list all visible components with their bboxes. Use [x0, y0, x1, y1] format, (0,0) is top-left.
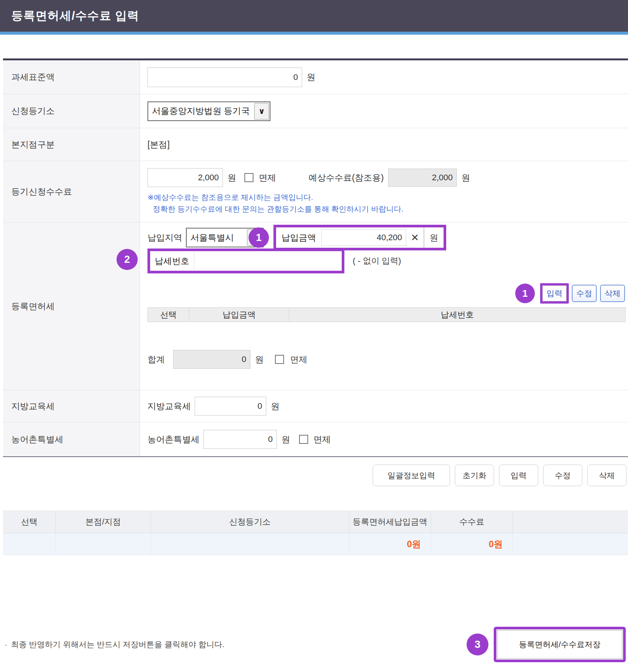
payment-region-select[interactable]: 서울특별시 ∨ 1 — [186, 228, 264, 247]
row-fishing-tax: 농어촌특별세 농어촌특별세 원 면제 — [3, 422, 628, 456]
application-fee-exempt-checkbox[interactable] — [244, 173, 253, 182]
bullet: · — [5, 640, 7, 649]
total-label: 합계 — [147, 354, 165, 365]
education-tax-unit: 원 — [271, 400, 279, 412]
row-tax-base: 과세표준액 원 — [3, 60, 628, 94]
column-header-amount: 납입금액 — [189, 308, 289, 322]
license-tax-input-button[interactable]: 입력 — [542, 285, 567, 301]
reset-button[interactable]: 초기화 — [455, 465, 494, 486]
save-group: 3 등록면허세/수수료저장 — [467, 627, 626, 662]
summary-cell-filler — [513, 533, 628, 555]
step-badge-2: 2 — [117, 249, 138, 270]
action-button-row: 일괄정보입력 초기화 입력 수정 삭제 — [0, 465, 626, 486]
tax-form-table: 과세표준액 원 신청등기소 서울중앙지방법원 등기국 ∨ 본지점구분 [본점] … — [3, 58, 628, 457]
tax-number-highlight: 납세번호 — [147, 249, 344, 273]
education-tax-label: 지방교육세 — [3, 390, 140, 422]
fee-notes: ※예상수수료는 참조용으로 제시하는 금액입니다. 정확한 등기수수료에 대한 … — [147, 192, 628, 215]
save-button[interactable]: 등록면허세/수수료저장 — [497, 630, 622, 659]
save-button-highlight: 등록면허세/수수료저장 — [494, 627, 626, 662]
payment-amount-label: 납입금액 — [276, 232, 321, 244]
estimate-fee-unit: 원 — [461, 172, 470, 184]
fishing-tax-inline-label: 농어촌특별세 — [147, 434, 200, 445]
input-button-highlight: 입력 — [540, 283, 569, 304]
fee-note-2: 정확한 등기수수료에 대한 문의는 관할등기소를 통해 확인하시기 바랍니다. — [147, 203, 628, 215]
step-badge-1: 1 — [249, 227, 269, 248]
summary-cell-fee: 0원 — [431, 533, 513, 555]
estimate-fee-input — [388, 169, 457, 187]
registry-office-select[interactable]: 서울중앙지방법원 등기국 ∨ — [147, 101, 270, 121]
fishing-tax-exempt-label: 면제 — [313, 434, 331, 445]
tax-base-unit: 원 — [307, 71, 315, 83]
payment-amount-unit: 원 — [424, 227, 444, 248]
application-fee-exempt-label: 면제 — [259, 172, 276, 184]
education-tax-inline-label: 지방교육세 — [147, 400, 191, 412]
tax-base-label: 과세표준액 — [3, 60, 140, 94]
step-badge-1: 1 — [515, 284, 535, 303]
step-badge-3: 3 — [467, 634, 488, 655]
total-input — [173, 350, 250, 369]
summary-cell-registry-office — [151, 533, 349, 555]
tax-base-input[interactable] — [147, 68, 302, 87]
tax-number-input[interactable] — [194, 252, 342, 270]
delete-button[interactable]: 삭제 — [587, 465, 626, 486]
summary-table-header: 선택 본점/지점 신청등기소 등록면허세납입금액 수수료 — [3, 511, 628, 533]
summary-header-license-tax-amount: 등록면허세납입금액 — [349, 511, 431, 533]
footer-note-text: 최종 반영하기 위해서는 반드시 저장버튼을 클릭해야 합니다. — [11, 640, 224, 649]
total-exempt-label: 면제 — [290, 354, 307, 365]
page-header: 등록면허세/수수료 입력 — [0, 0, 628, 32]
summary-table-row[interactable]: 0원 0원 — [3, 533, 628, 555]
header-accent-bar — [0, 32, 628, 35]
branch-type-value: [본점] — [147, 139, 170, 150]
chevron-down-icon: ∨ — [254, 103, 269, 120]
summary-table: 선택 본점/지점 신청등기소 등록면허세납입금액 수수료 0원 0원 — [3, 511, 628, 555]
edit-button[interactable]: 수정 — [543, 465, 582, 486]
fishing-tax-exempt-checkbox[interactable] — [299, 435, 308, 444]
fishing-tax-unit: 원 — [281, 434, 290, 445]
total-exempt-checkbox[interactable] — [275, 355, 284, 364]
fishing-tax-input[interactable] — [203, 430, 277, 449]
license-tax-label: 등록면허세 — [3, 222, 140, 390]
summary-cell-select — [3, 533, 56, 555]
fee-note-1: ※예상수수료는 참조용으로 제시하는 금액입니다. — [147, 192, 628, 203]
tax-number-label: 납세번호 — [150, 255, 194, 267]
registry-office-selected: 서울중앙지방법원 등기국 — [148, 102, 253, 120]
total-unit: 원 — [255, 354, 264, 365]
row-application-fee: 등기신청수수료 원 면제 예상수수료(참조용) 원 ※예상수수료는 참조용으로 … — [3, 161, 628, 222]
summary-header-select: 선택 — [3, 511, 56, 533]
row-license-tax: 등록면허세 납입지역 서울특별시 ∨ 1 납입금액 ✕ 원 2 — [3, 222, 628, 390]
row-education-tax: 지방교육세 지방교육세 원 — [3, 390, 628, 422]
footer: ·최종 반영하기 위해서는 반드시 저장버튼을 클릭해야 합니다. 3 등록면허… — [0, 627, 628, 662]
column-header-select: 선택 — [148, 308, 189, 322]
summary-header-filler — [513, 511, 628, 533]
registry-office-label: 신청등기소 — [3, 94, 140, 128]
row-registry-office: 신청등기소 서울중앙지방법원 등기국 ∨ — [3, 94, 628, 128]
fishing-tax-label: 농어촌특별세 — [3, 422, 140, 456]
license-tax-delete-button[interactable]: 삭제 — [600, 285, 625, 302]
application-fee-unit: 원 — [227, 172, 236, 184]
summary-cell-branch — [56, 533, 151, 555]
payment-amount-highlight: 납입금액 ✕ 원 — [273, 225, 446, 250]
branch-type-label: 본지점구분 — [3, 128, 140, 161]
estimate-fee-label: 예상수수료(참조용) — [309, 172, 384, 184]
footer-note: ·최종 반영하기 위해서는 반드시 저장버튼을 클릭해야 합니다. — [5, 639, 224, 650]
payment-region-selected: 서울특별시 — [187, 229, 246, 247]
column-header-tax-number: 납세번호 — [289, 308, 625, 322]
application-fee-label: 등기신청수수료 — [3, 161, 140, 222]
summary-cell-license-tax-amount: 0원 — [349, 533, 431, 555]
payment-amount-input[interactable] — [321, 229, 406, 246]
summary-header-registry-office: 신청등기소 — [151, 511, 349, 533]
bulk-input-button[interactable]: 일괄정보입력 — [373, 465, 450, 486]
summary-header-fee: 수수료 — [431, 511, 513, 533]
input-button[interactable]: 입력 — [499, 465, 538, 486]
application-fee-input[interactable] — [147, 168, 223, 187]
license-tax-table-header: 선택 납입금액 납세번호 — [147, 307, 626, 322]
page-title: 등록면허세/수수료 입력 — [11, 8, 139, 24]
license-tax-edit-button[interactable]: 수정 — [572, 285, 597, 302]
payment-region-label: 납입지역 — [147, 232, 182, 244]
summary-header-branch: 본점/지점 — [56, 511, 151, 533]
education-tax-input[interactable] — [195, 397, 266, 416]
tax-number-hint: ( - 없이 입력) — [353, 255, 401, 267]
row-branch-type: 본지점구분 [본점] — [3, 128, 628, 161]
clear-icon[interactable]: ✕ — [406, 232, 424, 244]
